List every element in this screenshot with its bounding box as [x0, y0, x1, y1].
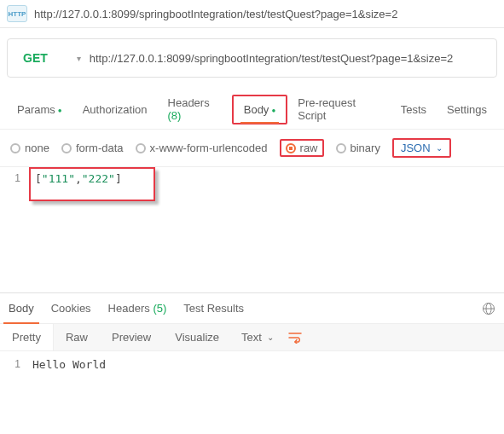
tab-authorization[interactable]: Authorization	[72, 96, 158, 123]
resp-tab-body[interactable]: Body	[0, 293, 43, 323]
tab-headers-label: Headers	[168, 96, 210, 109]
chevron-down-icon: ⌄	[436, 143, 443, 153]
request-tabs: Params Authorization Headers (8) Body Pr…	[0, 90, 504, 130]
globe-icon[interactable]	[482, 302, 504, 315]
resp-headers-label: Headers	[108, 302, 150, 315]
body-format-label: JSON	[401, 142, 431, 154]
resp-tab-testresults[interactable]: Test Results	[175, 293, 252, 323]
body-none[interactable]: none	[10, 142, 49, 154]
radio-icon	[136, 143, 146, 153]
body-format-select[interactable]: JSON ⌄	[392, 138, 451, 158]
body-urlencoded[interactable]: x-www-form-urlencoded	[136, 142, 268, 154]
resp-headers-count: (5)	[153, 302, 166, 315]
view-visualize[interactable]: Visualize	[163, 324, 231, 350]
resp-tab-cookies[interactable]: Cookies	[43, 293, 100, 323]
body-formdata[interactable]: form-data	[61, 142, 124, 154]
tab-headers[interactable]: Headers (8)	[158, 90, 232, 129]
line-gutter: 1	[0, 167, 27, 190]
response-format-select[interactable]: Text ⌄	[241, 331, 274, 344]
line-gutter: 1	[0, 351, 27, 378]
response-text[interactable]: Hello World	[27, 351, 111, 378]
chevron-down-icon[interactable]: ▾	[77, 54, 81, 63]
code-area[interactable]: ["111","222"]	[27, 167, 130, 190]
request-body-editor[interactable]: 1 ["111","222"]	[0, 166, 504, 190]
view-preview[interactable]: Preview	[100, 324, 163, 350]
url-input[interactable]	[90, 52, 488, 65]
spacer	[0, 190, 504, 292]
body-binary[interactable]: binary	[336, 142, 380, 154]
http-method-icon: HTTP	[7, 5, 27, 22]
tab-settings[interactable]: Settings	[437, 96, 497, 123]
highlight-box	[29, 167, 155, 201]
response-body: 1 Hello World	[0, 351, 504, 378]
tab-title-bar: HTTP http://127.0.0.1:8099/springbootInt…	[0, 0, 504, 28]
body-type-row: none form-data x-www-form-urlencoded raw…	[0, 130, 504, 166]
tab-params[interactable]: Params	[7, 96, 72, 123]
tab-prerequest[interactable]: Pre-request Script	[287, 90, 390, 129]
view-raw[interactable]: Raw	[54, 324, 100, 350]
chevron-down-icon: ⌄	[267, 333, 274, 342]
body-raw[interactable]: raw	[280, 139, 324, 157]
view-pretty[interactable]: Pretty	[0, 324, 54, 350]
tab-title: http://127.0.0.1:8099/springbootIntegrat…	[34, 8, 397, 20]
response-view-row: Pretty Raw Preview Visualize Text ⌄	[0, 324, 504, 351]
radio-icon	[61, 143, 72, 153]
response-tabs: Body Cookies Headers (5) Test Results	[0, 292, 504, 324]
tab-tests[interactable]: Tests	[391, 96, 437, 123]
wrap-lines-icon[interactable]	[287, 332, 303, 344]
tab-body[interactable]: Body	[232, 95, 287, 124]
request-url-row: GET ▾	[7, 38, 497, 78]
resp-tab-headers[interactable]: Headers (5)	[100, 293, 176, 323]
radio-icon	[286, 143, 296, 153]
tab-headers-count: (8)	[168, 109, 182, 122]
radio-icon	[336, 143, 346, 153]
radio-icon	[10, 143, 20, 153]
method-select[interactable]: GET	[16, 48, 55, 68]
